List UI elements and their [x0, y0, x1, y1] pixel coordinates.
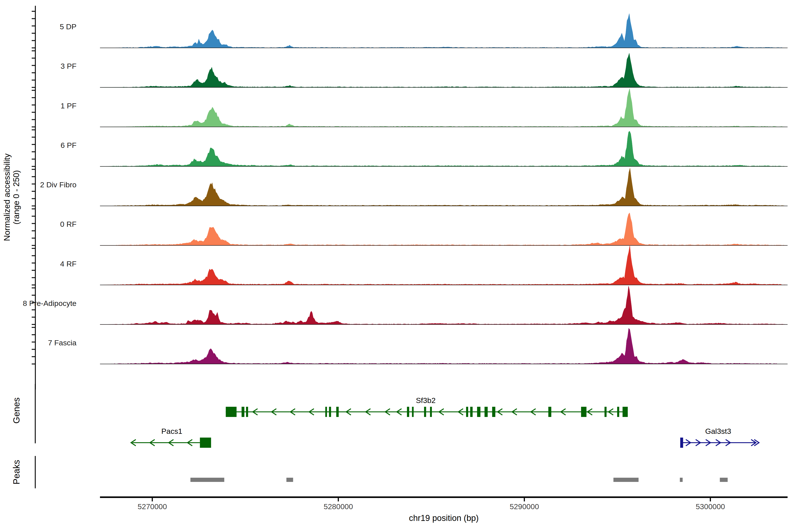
track-label: 6 PF — [60, 141, 76, 149]
x-axis-tick-label: 5300000 — [696, 502, 725, 511]
gene-exon — [336, 407, 339, 417]
genes-section-label: Genes — [12, 397, 21, 424]
peak-interval — [680, 478, 683, 482]
figure-background — [0, 0, 798, 532]
gene-exon — [226, 407, 236, 417]
gene-exon — [605, 407, 607, 417]
track-label: 4 RF — [60, 260, 76, 268]
track-label: 0 RF — [60, 220, 76, 228]
gene-exon — [617, 407, 619, 417]
x-axis-tick-label: 5290000 — [510, 502, 539, 511]
gene-name-label: Pacs1 — [162, 427, 183, 435]
track-label: 7 Fascia — [48, 339, 77, 347]
x-axis-tick-label: 5280000 — [324, 502, 353, 511]
gene-exon — [424, 407, 426, 417]
gene-exon — [430, 407, 432, 417]
gene-name-label: Sf3b2 — [416, 396, 436, 404]
gene-exon — [680, 438, 683, 448]
coverage-plot: Normalized accessibility (range 0 - 250)… — [0, 0, 798, 532]
gene-exon — [246, 407, 248, 417]
track-label: 1 PF — [60, 101, 76, 110]
gene-exon — [548, 407, 551, 417]
genome-browser-figure: { "chart_data": { "type": "area", "subty… — [0, 0, 798, 532]
gene-exon — [492, 407, 495, 417]
x-axis-tick-label: 5270000 — [138, 502, 167, 511]
gene-exon — [466, 407, 468, 417]
y-axis-label-line2: (range 0 - 250) — [12, 170, 21, 225]
y-axis-label-line1: Normalized accessibility — [2, 153, 12, 241]
gene-exon — [623, 407, 628, 417]
track-label: 8 Pre-Adipocyte — [23, 299, 76, 307]
track-label: 3 PF — [60, 62, 76, 70]
gene-exon — [200, 438, 211, 448]
gene-exon — [470, 407, 473, 417]
peaks-section-label: Peaks — [12, 460, 21, 484]
gene-exon — [325, 407, 327, 417]
track-label: 5 DP — [60, 22, 76, 31]
x-axis-title: chr19 position (bp) — [409, 513, 479, 523]
peak-interval — [613, 478, 639, 482]
gene-exon — [477, 407, 480, 417]
gene-name-label: Gal3st3 — [705, 427, 731, 435]
gene-exon — [581, 407, 586, 417]
gene-exon — [242, 407, 245, 417]
peak-interval — [286, 478, 293, 482]
peak-interval — [720, 478, 727, 482]
gene-exon — [412, 407, 414, 417]
gene-exon — [407, 407, 409, 417]
peak-interval — [190, 478, 224, 482]
track-label: 2 Div Fibro — [40, 180, 76, 189]
gene-exon — [484, 407, 488, 417]
gene-exon — [329, 407, 331, 417]
